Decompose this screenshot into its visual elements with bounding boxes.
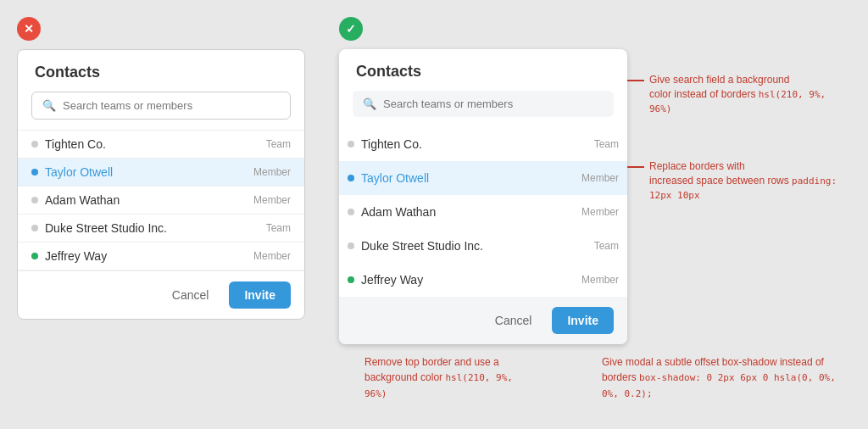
item-name: Duke Street Studio Inc. <box>361 239 587 253</box>
annotation-border-text: Replace borders withincreased space betw… <box>649 160 789 187</box>
item-type: Team <box>266 138 291 150</box>
bad-modal: Contacts 🔍 Tighten Co. Team Taylor Otwel… <box>17 49 305 320</box>
cancel-button[interactable]: Cancel <box>160 281 221 309</box>
item-name: Taylor Otwell <box>361 171 575 185</box>
annotation-shadow-code: box-shadow: 0 2px 6px 0 hsla(0, 0%, 0%, … <box>602 372 836 399</box>
annotation-search-bg: Give search field a backgroundcolor inst… <box>627 73 848 115</box>
item-name: Jeffrey Way <box>361 273 575 287</box>
good-section: ✓ Contacts 🔍 Tighten Co. Team <box>339 17 848 401</box>
item-type: Member <box>581 172 619 184</box>
dot-icon <box>31 141 38 148</box>
item-type: Member <box>581 206 619 218</box>
bad-search-field[interactable]: 🔍 <box>31 92 291 120</box>
good-modal: Contacts 🔍 Tighten Co. Team <box>339 49 627 344</box>
good-search-field[interactable]: 🔍 <box>353 91 614 117</box>
item-type: Member <box>581 274 619 286</box>
invite-button[interactable]: Invite <box>229 281 291 309</box>
bad-icon: ✕ <box>17 17 41 41</box>
list-item[interactable]: Taylor Otwell Member <box>339 161 627 195</box>
bad-search-input[interactable] <box>63 99 280 112</box>
dot-icon <box>348 141 354 148</box>
search-icon: 🔍 <box>363 98 376 110</box>
good-icon: ✓ <box>339 17 363 41</box>
right-annotations: Give search field a backgroundcolor inst… <box>627 49 848 344</box>
item-type: Member <box>253 166 291 178</box>
item-type: Team <box>594 138 619 150</box>
item-name: Duke Street Studio Inc. <box>45 221 259 235</box>
item-name: Taylor Otwell <box>45 165 247 179</box>
cancel-button[interactable]: Cancel <box>483 307 544 334</box>
good-modal-footer: Cancel Invite <box>339 297 627 344</box>
good-search-input[interactable] <box>383 98 604 110</box>
item-name: Adam Wathan <box>361 205 575 219</box>
list-item[interactable]: Duke Street Studio Inc. Team <box>18 214 304 242</box>
list-item[interactable]: Tighten Co. Team <box>339 127 627 161</box>
list-item[interactable]: Taylor Otwell Member <box>18 159 304 187</box>
good-panel-wrapper: ✓ Contacts 🔍 Tighten Co. Team <box>339 17 848 344</box>
item-type: Member <box>253 194 291 206</box>
bottom-annotations: Remove top border and use abackground co… <box>339 354 848 401</box>
dot-icon <box>31 225 38 231</box>
list-item[interactable]: Duke Street Studio Inc. Team <box>339 229 627 263</box>
item-name: Tighten Co. <box>361 137 587 151</box>
dot-icon <box>348 242 354 249</box>
dot-icon <box>31 169 38 176</box>
annotation-footer-bg: Remove top border and use abackground co… <box>364 354 534 401</box>
item-type: Member <box>253 250 291 262</box>
good-modal-with-annotations: Contacts 🔍 Tighten Co. Team <box>339 49 848 344</box>
list-item[interactable]: Adam Wathan Member <box>18 187 304 214</box>
item-name: Tighten Co. <box>45 137 259 151</box>
dot-icon <box>31 253 38 259</box>
list-item[interactable]: Tighten Co. Team <box>18 131 304 159</box>
dot-icon <box>348 175 354 181</box>
list-item[interactable]: Adam Wathan Member <box>339 195 627 229</box>
bad-modal-title: Contacts <box>18 50 304 92</box>
item-type: Team <box>266 222 291 234</box>
search-icon: 🔍 <box>42 99 56 112</box>
list-item[interactable]: Jeffrey Way Member <box>18 242 304 270</box>
dot-icon <box>348 276 354 283</box>
annotation-shadow: Give modal a subtle offset box-shadow in… <box>602 354 839 401</box>
list-item[interactable]: Jeffrey Way Member <box>339 263 627 297</box>
good-modal-title: Contacts <box>339 49 627 91</box>
bad-panel-wrapper: ✕ Contacts 🔍 Tighten Co. Team Taylor Otw… <box>17 17 305 401</box>
item-type: Team <box>594 240 619 252</box>
good-contact-list: Tighten Co. Team Taylor Otwell Member Ad… <box>339 127 627 297</box>
dot-icon <box>31 197 38 203</box>
item-name: Adam Wathan <box>45 193 247 207</box>
bad-modal-footer: Cancel Invite <box>18 270 304 319</box>
annotation-border: Replace borders withincreased space betw… <box>627 159 848 202</box>
page-container: ✕ Contacts 🔍 Tighten Co. Team Taylor Otw… <box>17 17 851 401</box>
invite-button[interactable]: Invite <box>552 307 614 334</box>
item-name: Jeffrey Way <box>45 249 247 263</box>
dot-icon <box>348 209 354 215</box>
bad-contact-list: Tighten Co. Team Taylor Otwell Member Ad… <box>18 130 304 270</box>
